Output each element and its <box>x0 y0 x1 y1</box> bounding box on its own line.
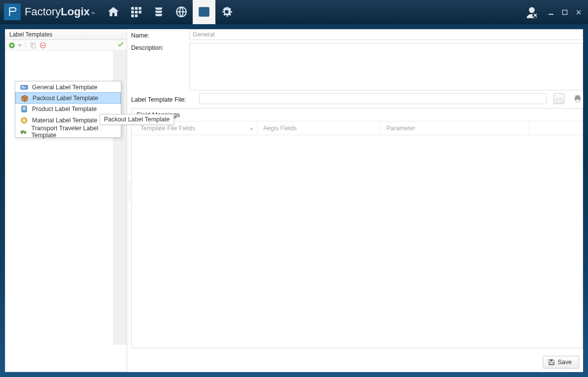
brand-part2: Logix <box>61 5 90 18</box>
svg-rect-9 <box>199 7 209 16</box>
svg-rect-20 <box>41 45 44 45</box>
svg-rect-6 <box>131 14 134 17</box>
dd-item-label: Material Label Template <box>32 117 97 124</box>
splitter[interactable] <box>127 29 131 352</box>
print-button[interactable] <box>572 93 583 104</box>
col-aegis-fields-label: Aegis Fields <box>263 125 297 132</box>
grid-body <box>132 135 583 348</box>
svg-rect-21 <box>576 95 580 97</box>
svg-rect-25 <box>550 363 553 365</box>
svg-rect-15 <box>563 10 567 14</box>
box-icon <box>21 94 29 102</box>
svg-rect-28 <box>22 87 26 88</box>
col-parameter[interactable]: Parameter <box>380 121 528 135</box>
save-button[interactable]: Save <box>543 356 580 369</box>
svg-rect-24 <box>550 360 552 362</box>
brand-part1: Factory <box>25 5 61 18</box>
dd-general-label-template[interactable]: General Label Template <box>15 81 121 93</box>
add-button[interactable] <box>7 41 16 50</box>
nav-grid[interactable] <box>125 0 147 24</box>
maximize-button[interactable] <box>558 6 571 18</box>
material-icon <box>20 116 28 124</box>
sort-asc-icon: ▲ <box>249 126 254 131</box>
label-templatefile: Label Template File: <box>131 95 194 103</box>
save-button-label: Save <box>558 359 572 366</box>
dd-product-label-template[interactable]: Product Label Template <box>15 103 121 114</box>
svg-rect-31 <box>23 108 26 109</box>
save-icon <box>548 359 555 366</box>
svg-point-34 <box>23 119 25 121</box>
svg-rect-27 <box>22 86 24 87</box>
grid-title: Field Mappings <box>132 109 583 121</box>
transport-icon <box>20 128 27 136</box>
label-name: Name: <box>131 31 184 39</box>
input-name[interactable] <box>189 29 583 40</box>
col-extra[interactable] <box>528 121 583 135</box>
svg-point-12 <box>529 7 535 13</box>
brand-tm: ™ <box>91 11 95 16</box>
row-description: Description: <box>131 43 583 90</box>
delete-button[interactable] <box>38 41 47 50</box>
tooltip: Packout Label Template <box>100 114 174 125</box>
svg-rect-35 <box>21 131 25 133</box>
panel-wrap: Label Templates <box>5 29 583 372</box>
toolbar-divider <box>25 41 26 49</box>
minimize-button[interactable] <box>545 6 557 18</box>
browse-button[interactable]: ··· <box>553 93 564 104</box>
label-icon <box>20 83 28 91</box>
svg-rect-23 <box>576 100 580 102</box>
svg-rect-1 <box>135 7 138 9</box>
dd-item-label: Transport Traveler Label Template <box>31 125 116 139</box>
dd-item-label: Product Label Template <box>32 106 97 113</box>
svg-rect-0 <box>131 7 134 9</box>
svg-point-37 <box>21 133 23 134</box>
svg-rect-30 <box>23 107 26 108</box>
footer: Save <box>131 352 583 372</box>
svg-rect-4 <box>135 11 138 13</box>
nav-settings[interactable] <box>215 0 238 24</box>
user-status[interactable] <box>525 0 539 24</box>
product-icon <box>20 105 28 113</box>
app-logo <box>4 3 21 20</box>
col-parameter-label: Parameter <box>386 125 415 132</box>
dd-item-label: Packout Label Template <box>33 95 98 102</box>
app-body: Label Templates <box>0 24 588 377</box>
sidebar-toolbar <box>5 40 127 51</box>
svg-rect-3 <box>131 11 134 13</box>
dd-item-label: General Label Template <box>32 84 98 91</box>
svg-rect-14 <box>549 14 553 15</box>
row-templatefile: Label Template File: ··· <box>131 93 583 104</box>
svg-rect-2 <box>138 7 141 9</box>
input-templatefile[interactable] <box>199 93 547 104</box>
titlebar: FactoryLogix™ <box>0 0 588 24</box>
row-name: Name: <box>131 29 583 40</box>
nav-home[interactable] <box>102 0 125 24</box>
svg-point-11 <box>225 10 228 13</box>
nav-icons <box>102 0 238 24</box>
main-area: Name: Description: Label Template File: … <box>131 29 583 352</box>
close-button[interactable] <box>572 6 585 18</box>
field-mappings-panel: Field Mappings Template File Fields ▲ Ae… <box>131 108 583 348</box>
col-aegis-fields[interactable]: Aegis Fields <box>257 121 380 135</box>
svg-rect-36 <box>25 132 27 133</box>
nav-templates[interactable] <box>193 0 215 24</box>
nav-globe[interactable] <box>170 0 193 24</box>
dd-transport-traveler-label-template[interactable]: Transport Traveler Label Template <box>15 126 121 137</box>
window-controls <box>545 0 585 24</box>
svg-rect-5 <box>138 11 141 13</box>
col-template-fields-label: Template File Fields <box>140 125 195 132</box>
copy-button[interactable] <box>29 41 37 50</box>
svg-rect-26 <box>21 85 28 89</box>
add-dropdown-arrow[interactable] <box>17 41 22 50</box>
svg-point-38 <box>25 133 26 134</box>
label-description: Description: <box>131 43 184 51</box>
validate-icon[interactable] <box>117 40 125 50</box>
sidebar-title: Label Templates <box>5 30 127 40</box>
svg-rect-18 <box>32 44 35 48</box>
brand-text: FactoryLogix™ <box>25 5 95 18</box>
svg-rect-7 <box>135 14 138 17</box>
dd-packout-label-template[interactable]: Packout Label Template <box>15 92 121 104</box>
nav-stack[interactable] <box>147 0 170 24</box>
input-description[interactable] <box>189 43 583 90</box>
svg-rect-32 <box>23 109 26 110</box>
